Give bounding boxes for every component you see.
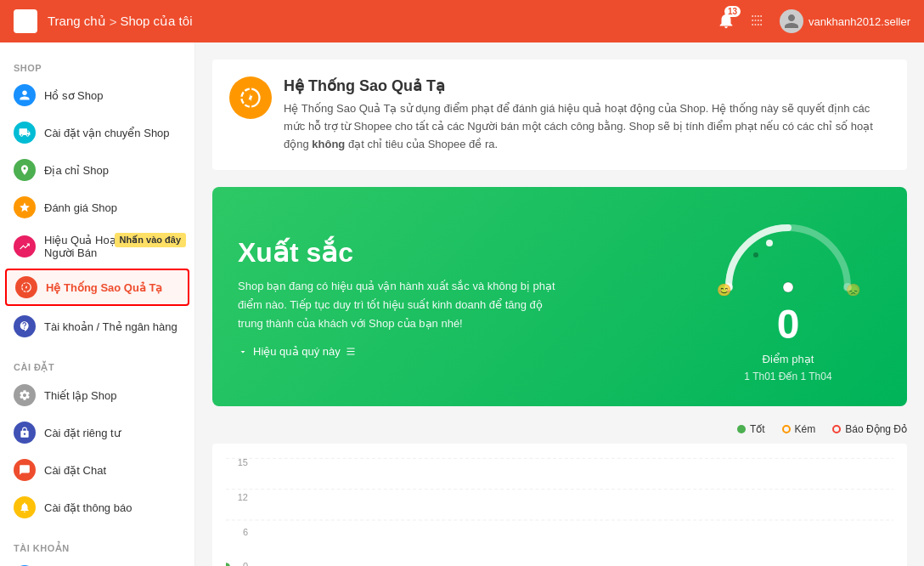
sidebar-label: Cài đặt thông báo (44, 501, 132, 514)
legend-bao-dong-do: Báo Động Đỏ (832, 423, 907, 435)
banner-right: 😊 😞 0 Điểm phạt 1 Th01 Đến 1 Th04 (695, 211, 882, 382)
home-link[interactable]: Trang chủ (48, 14, 106, 29)
current-page: Shop của tôi (120, 14, 192, 29)
svg-point-1 (783, 282, 793, 292)
main-content: Hệ Thống Sao Quả Tạ Hệ Thống Sao Quả Tạ … (195, 42, 924, 566)
sidebar-item-van-chuyen[interactable]: Cài đặt vận chuyển Shop (0, 114, 194, 151)
sidebar-item-dia-chi[interactable]: Địa chỉ Shop (0, 151, 194, 189)
legend-kem-label: Kém (795, 423, 816, 435)
desc-bold: không (312, 138, 345, 150)
chart-legend: Tốt Kém Báo Động Đỏ (212, 423, 907, 435)
banner-left: Xuất sắc Shop bạn đang có hiệu quả vận h… (238, 236, 695, 358)
header-right: 13 vankhanh2012.seller (717, 9, 910, 33)
section-desc: Hệ Thống Sao Quả Tạ sử dụng điểm phạt để… (284, 100, 890, 153)
section-header: Hệ Thống Sao Quả Tạ Hệ Thống Sao Quả Tạ … (212, 59, 907, 170)
notification-button[interactable]: 13 (717, 11, 735, 32)
ngan-hang-icon (14, 315, 36, 337)
svg-point-6 (753, 252, 758, 258)
legend-bdd-dot (832, 425, 841, 433)
section-title: Hệ Thống Sao Quả Tạ (284, 76, 890, 95)
sidebar: SHOP Hồ sơ Shop Cài đặt vận chuyển Shop … (0, 42, 195, 566)
page-layout: SHOP Hồ sơ Shop Cài đặt vận chuyển Shop … (0, 42, 924, 566)
legend-kem-dot (782, 425, 791, 433)
sidebar-item-tai-khoan[interactable]: Tài khoản (0, 558, 194, 566)
thong-bao-icon (14, 496, 36, 518)
sidebar-label: Hồ sơ Shop (44, 89, 103, 102)
van-chuyen-icon (14, 122, 36, 144)
sidebar-label: Cài đặt vận chuyển Shop (44, 127, 170, 139)
sidebar-label: Địa chỉ Shop (44, 164, 109, 177)
gauge-svg: 😊 😞 (712, 211, 865, 296)
sidebar-label: Hệ Thống Sao Quả Tạ (46, 281, 162, 294)
legend-tot-label: Tốt (750, 423, 765, 435)
thiet-lap-icon (14, 384, 36, 406)
notif-badge: 13 (724, 6, 741, 17)
ho-so-icon (14, 84, 36, 106)
grid-icon[interactable] (749, 12, 766, 31)
chat-icon (14, 459, 36, 481)
gauge-number: 0 (777, 301, 800, 348)
chart-svg (226, 457, 893, 566)
sidebar-item-chat[interactable]: Cài đặt Chat (0, 451, 194, 489)
sidebar-item-thiet-lap[interactable]: Thiết lập Shop (0, 376, 194, 414)
he-thong-icon (15, 276, 37, 298)
sidebar-label: Tài khoản / Thẻ ngân hàng (44, 320, 177, 333)
caidat-section-label: CÀI ĐẶT (0, 355, 194, 376)
chart-area: 15 12 6 0 (212, 444, 907, 566)
dia-chi-icon (14, 159, 36, 181)
shopee-logo (14, 9, 37, 33)
gauge-date: 1 Th01 Đến 1 Th04 (744, 371, 831, 382)
legend-kem: Kém (782, 423, 816, 435)
sidebar-item-tai-khoan-ngan-hang[interactable]: Tài khoản / Thẻ ngân hàng (0, 308, 194, 345)
nhan-vao-day-badge: Nhấn vào đây (115, 233, 186, 247)
desc-text2: đạt chỉ tiêu của Shopee đề ra. (345, 138, 498, 150)
section-icon (229, 76, 272, 119)
rieng-tu-icon (14, 422, 36, 444)
svg-text:😊: 😊 (717, 283, 732, 296)
danh-gia-icon (14, 196, 36, 218)
banner-link-text: Hiệu quả quý này (253, 345, 341, 358)
avatar (780, 9, 803, 33)
section-info: Hệ Thống Sao Quả Tạ Hệ Thống Sao Quả Tạ … (284, 76, 890, 153)
header: Trang chủ > Shop của tôi 13 vankhanh2012… (0, 0, 924, 42)
shop-section-label: SHOP (0, 56, 194, 76)
breadcrumb: Trang chủ > Shop của tôi (48, 14, 192, 29)
banner-title: Xuất sắc (238, 236, 695, 269)
svg-text:😞: 😞 (846, 283, 861, 296)
legend-tot: Tốt (737, 423, 765, 435)
legend-tot-dot (737, 425, 746, 433)
sidebar-label: Cài đặt riêng tư (44, 427, 121, 439)
hieu-qua-icon (14, 235, 36, 258)
sidebar-label: Thiết lập Shop (44, 389, 116, 402)
sidebar-item-thong-bao[interactable]: Cài đặt thông báo (0, 489, 194, 526)
sidebar-label: Cài đặt Chat (44, 464, 106, 477)
user-info[interactable]: vankhanh2012.seller (780, 9, 910, 33)
sidebar-item-rieng-tu[interactable]: Cài đặt riêng tư (0, 414, 194, 451)
banner-desc: Shop bạn đang có hiệu quả vận hành xuất … (238, 277, 594, 333)
chart-wrap: 15 12 6 0 (226, 457, 893, 566)
breadcrumb-sep: > (110, 14, 117, 29)
svg-point-11 (226, 563, 230, 566)
legend-bdd-label: Báo Động Đỏ (845, 423, 907, 435)
svg-point-5 (766, 240, 773, 246)
green-banner: Xuất sắc Shop bạn đang có hiệu quả vận h… (212, 187, 907, 406)
banner-link[interactable]: Hiệu quả quý này (238, 345, 695, 358)
username-label: vankhanh2012.seller (808, 15, 910, 28)
chart-body: 01/01-01/07 01/08-01/14 01/15-01/21 01/2… (226, 457, 893, 566)
sidebar-item-hieu-qua[interactable]: Hiệu Quả Hoạt Động Người Bán Nhấn vào đâ… (0, 226, 194, 267)
taikhoan-section-label: TÀI KHOẢN (0, 536, 194, 558)
gauge-label: Điểm phạt (763, 353, 814, 365)
sidebar-item-danh-gia[interactable]: Đánh giá Shop (0, 189, 194, 226)
sidebar-label: Đánh giá Shop (44, 201, 117, 214)
sidebar-item-ho-so-shop[interactable]: Hồ sơ Shop (0, 76, 194, 114)
sidebar-item-he-thong-sao[interactable]: Hệ Thống Sao Quả Tạ (5, 269, 189, 306)
